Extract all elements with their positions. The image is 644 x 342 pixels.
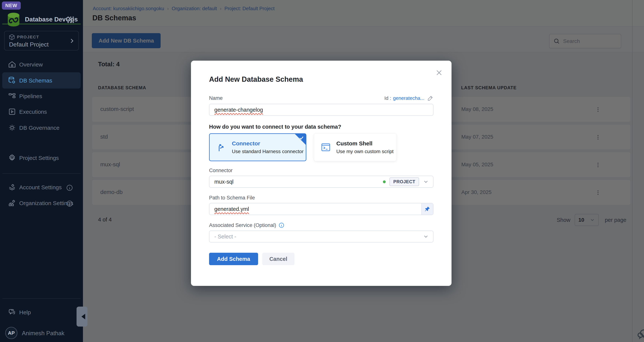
sidebar-item-help[interactable]: Help	[0, 304, 83, 320]
chevron-right-icon	[68, 38, 75, 44]
option-subtitle: Use standard Harness connector	[232, 149, 304, 154]
sidebar-item-label: Project Settings	[19, 155, 59, 161]
project-selector[interactable]: PROJECT Default Project	[4, 31, 79, 50]
sidebar-item-label: Organization Settings	[19, 200, 73, 206]
executions-icon	[8, 107, 16, 116]
organization-icon	[8, 199, 16, 207]
option-subtitle: Use my own custom script	[336, 149, 394, 154]
sidebar-divider	[2, 173, 81, 174]
database-devops-logo-icon	[5, 11, 22, 28]
option-custom-shell[interactable]: Custom Shell Use my own custom script	[314, 133, 396, 161]
sidebar-item-label: Account Settings	[19, 184, 62, 191]
option-title: Custom Shell	[336, 140, 394, 147]
pipelines-icon	[8, 92, 16, 100]
option-title: Connector	[232, 140, 304, 147]
edit-id-pencil-icon[interactable]	[428, 95, 434, 101]
sidebar-item-account-settings[interactable]: Account Settings	[0, 179, 83, 195]
collapse-arrow-icon	[82, 314, 85, 320]
terminal-icon	[320, 142, 331, 153]
chevron-down-icon	[423, 234, 429, 240]
id-prefix: Id :	[384, 95, 391, 101]
sidebar-item-label: Overview	[19, 61, 43, 68]
project-eyebrow-label: PROJECT	[17, 35, 39, 39]
entity-id: Id : generatecha...	[384, 95, 434, 101]
associated-service-select[interactable]: - Select -	[209, 231, 434, 243]
cancel-button[interactable]: Cancel	[262, 253, 294, 265]
check-icon	[298, 135, 304, 141]
project-name: Default Project	[9, 41, 49, 48]
app-grid-icon[interactable]	[66, 15, 75, 24]
sidebar-item-overview[interactable]: Overview	[0, 56, 83, 72]
name-input-value: generate-changelog	[214, 107, 263, 113]
chevron-down-icon	[423, 179, 429, 185]
connection-options: Connector Use standard Harness connector…	[209, 133, 434, 161]
sidebar-item-label: Executions	[19, 109, 47, 115]
connection-question: How do you want to connect to your data …	[209, 124, 434, 130]
account-layers-icon	[8, 183, 16, 191]
main-content: Account: kurosakiichigo.songoku › Organi…	[83, 0, 644, 342]
path-input-value: generated.yml	[214, 206, 249, 212]
db-schema-icon	[8, 76, 16, 84]
name-label: Name	[209, 95, 223, 101]
new-badge: NEW	[2, 1, 21, 9]
info-icon[interactable]	[278, 222, 284, 228]
sidebar-item-executions[interactable]: Executions	[0, 104, 83, 120]
connector-select[interactable]: mux-sql PROJECT	[209, 176, 434, 188]
close-icon[interactable]	[434, 68, 444, 77]
sidebar-divider-green	[2, 24, 81, 24]
sidebar-item-label: DB Governance	[19, 125, 60, 131]
connector-status-dot	[383, 180, 386, 183]
id-value-link[interactable]: generatecha...	[393, 95, 424, 101]
user-name[interactable]: Animesh Pathak	[22, 330, 64, 337]
sidebar-item-label: Help	[19, 309, 31, 316]
connector-value: mux-sql	[214, 179, 234, 185]
add-schema-button[interactable]: Add Schema	[209, 253, 258, 265]
pin-icon[interactable]	[421, 203, 433, 215]
sidebar-item-db-schemas[interactable]: DB Schemas	[0, 72, 83, 88]
cube-icon	[9, 34, 15, 40]
sidebar-item-pipelines[interactable]: Pipelines	[0, 88, 83, 104]
home-icon	[8, 60, 16, 68]
sidebar-item-project-settings[interactable]: Project Settings	[0, 150, 83, 166]
path-label: Path to Schema File	[209, 195, 434, 201]
name-input[interactable]: generate-changelog	[209, 104, 434, 116]
user-avatar[interactable]: AP	[5, 327, 17, 339]
option-connector[interactable]: Connector Use standard Harness connector	[209, 133, 306, 161]
governance-gear-icon	[8, 124, 16, 132]
settings-gear-icon	[8, 154, 16, 162]
associated-service-label: Associated Service (Optional)	[209, 222, 276, 228]
sidebar-item-label: DB Schemas	[19, 77, 52, 84]
connector-branch-icon	[216, 142, 226, 153]
associated-service-placeholder: - Select -	[214, 234, 236, 240]
connector-label: Connector	[209, 168, 434, 173]
info-icon[interactable]	[66, 200, 73, 207]
sidebar-collapse-handle[interactable]	[76, 307, 88, 327]
sidebar-item-db-governance[interactable]: DB Governance	[0, 120, 83, 136]
scope-badge: PROJECT	[390, 177, 419, 186]
info-icon[interactable]	[66, 184, 73, 191]
path-input[interactable]: generated.yml	[209, 203, 434, 215]
sidebar-item-label: Pipelines	[19, 93, 42, 99]
sidebar: NEW Database DevOps PROJECT Default Proj…	[0, 0, 83, 342]
sidebar-divider	[2, 298, 81, 299]
help-chat-icon	[8, 308, 16, 316]
sidebar-item-organization-settings[interactable]: Organization Settings	[0, 195, 83, 211]
modal-title: Add New Database Schema	[209, 75, 434, 83]
add-schema-modal: Add New Database Schema Name Id : genera…	[191, 61, 452, 286]
